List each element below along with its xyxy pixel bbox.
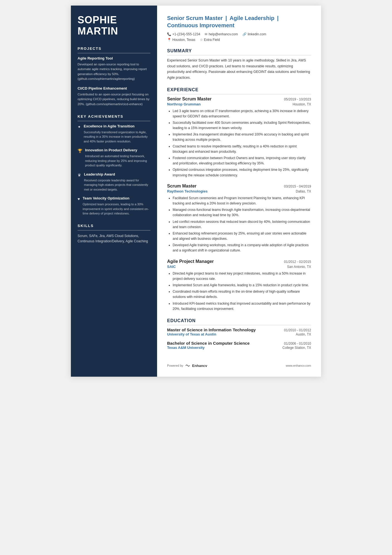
achievement-item: ♛ Leadership Award Received corporate le… — [78, 172, 150, 192]
bullet-item: Enhanced backlog refinement processes by… — [173, 231, 311, 241]
edu-location: Austin, TX — [296, 332, 311, 336]
achievement-desc: Optimized team processes, leading to a 3… — [83, 202, 150, 216]
bullet-item: Directed Agile project teams to meet key… — [173, 271, 311, 282]
project-desc: Contributed to an open-source project fo… — [78, 92, 150, 107]
achievement-title: Excellence in Agile Transition — [84, 124, 150, 129]
achievement-desc: Received corporate leadership award for … — [84, 178, 150, 192]
extra-field: Extra Field — [204, 38, 220, 42]
page-footer: Powered by Enhancv www.enhancv.com — [167, 361, 311, 368]
summary-text: Experienced Senior Scrum Master with 10 … — [167, 58, 311, 81]
exp-header: Senior Scrum Master 05/2019 - 10/2023 — [167, 97, 311, 102]
achievement-icon-person: ♛ — [78, 173, 81, 192]
exp-role: Agile Project Manager — [167, 259, 214, 264]
edu-dates: 01/2010 - 01/2012 — [284, 328, 311, 332]
website-url: www.enhancv.com — [286, 364, 311, 367]
phone-contact: 📞 +1-(234)-555-1234 — [167, 32, 200, 36]
title-part2: Agile Leadership — [230, 15, 274, 21]
achievement-content: Leadership Award Received corporate lead… — [84, 172, 150, 192]
achievements-title: KEY ACHIEVEMENTS — [78, 114, 150, 121]
bullet-item: Led conflict resolution sessions that re… — [173, 219, 311, 230]
exp-bullets: Directed Agile project teams to meet key… — [167, 271, 311, 312]
experience-title: EXPERIENCE — [167, 87, 311, 94]
exp-company: Raytheon Technologies — [167, 189, 208, 193]
brand-name: Enhancv — [192, 364, 207, 368]
exp-company: Northrop Grumman — [167, 102, 201, 106]
projects-section: PROJECTS Agile Reporting Tool Developed … — [78, 46, 150, 107]
achievement-icon-heart: ♥ — [78, 197, 80, 216]
email-address: help@enhancv.com — [209, 32, 238, 36]
skills-section: SKILLS Scrum, SAFe, Jira, AWS Cloud Solu… — [78, 224, 150, 244]
experience-item: Senior Scrum Master 05/2019 - 10/2023 No… — [167, 97, 311, 178]
main-header: Senior Scrum Master | Agile Leadership |… — [167, 14, 311, 42]
bullet-item: Coordinated multi-team efforts resulting… — [173, 289, 311, 300]
exp-bullets: Led 3 agile teams on critical IT transfo… — [167, 108, 311, 178]
phone-number: +1-(234)-555-1234 — [172, 32, 200, 36]
exp-dates: 05/2019 - 10/2023 — [284, 97, 311, 101]
enhancv-logo-icon — [185, 364, 190, 367]
exp-bullets: Facilitated Scrum ceremonies and Program… — [167, 196, 311, 253]
achievement-content: Team Velocity Optimization Optimized tea… — [83, 196, 150, 216]
contact-row-2: 📍 Houston, Texas ☆ Extra Field — [167, 38, 311, 42]
achievement-content: Innovation in Product Delivery Introduce… — [85, 148, 150, 167]
project-name: Agile Reporting Tool — [78, 56, 150, 60]
summary-section: SUMMARY Experienced Senior Scrum Master … — [167, 48, 311, 81]
edu-header: Master of Science in Information Technol… — [167, 327, 311, 332]
exp-sub: SAIC San Antonio, TX — [167, 265, 311, 269]
experience-section: EXPERIENCE Senior Scrum Master 05/2019 -… — [167, 87, 311, 312]
project-name: CI/CD Pipeline Enhancement — [78, 86, 150, 90]
achievement-icon-trophy: 🏆 — [78, 149, 82, 167]
achievement-icon-star: ✦ — [78, 125, 81, 144]
edu-header: Bachelor of Science in Computer Science … — [167, 341, 311, 346]
education-section: EDUCATION Master of Science in Informati… — [167, 318, 311, 350]
bullet-item: Implemented Scrum and Agile frameworks, … — [173, 283, 311, 288]
edu-dates: 01/2006 - 01/2010 — [284, 342, 311, 346]
exp-header: Scrum Master 03/2015 - 04/2019 — [167, 184, 311, 189]
bullet-item: Fostered communication between Product O… — [173, 156, 311, 166]
achievement-desc: Introduced an automated testing framewor… — [85, 154, 150, 168]
title-part3: Continuous Improvement — [167, 22, 234, 28]
footer-right: www.enhancv.com — [286, 364, 311, 367]
bullet-item: Successfully facilitated over 400 Scrum … — [173, 120, 311, 131]
bullet-item: Led 3 agile teams on critical IT transfo… — [173, 108, 311, 119]
education-title: EDUCATION — [167, 318, 311, 325]
edu-degree: Bachelor of Science in Computer Science — [167, 341, 284, 346]
powered-by-label: Powered by — [167, 364, 183, 367]
contact-row: 📞 +1-(234)-555-1234 ✉ help@enhancv.com 🔗… — [167, 32, 311, 36]
exp-company: SAIC — [167, 265, 176, 269]
project-item: CI/CD Pipeline Enhancement Contributed t… — [78, 86, 150, 107]
pipe-icon: | — [277, 15, 279, 21]
project-desc: Developed an open-source reporting tool … — [78, 62, 150, 81]
location-icon: 📍 — [167, 38, 171, 42]
exp-location: Dallas, TX — [296, 189, 311, 193]
project-item: Agile Reporting Tool Developed an open-s… — [78, 56, 150, 81]
linkedin-contact: 🔗 linkedin.com — [242, 32, 266, 36]
bullet-item: Optimized continuous integration process… — [173, 167, 311, 178]
link-icon: 🔗 — [242, 32, 247, 36]
achievements-section: KEY ACHIEVEMENTS ✦ Excellence in Agile T… — [78, 114, 150, 216]
skills-text: Scrum, SAFe, Jira, AWS Cloud Solutions, … — [78, 233, 150, 244]
star-icon: ☆ — [200, 38, 203, 42]
bullet-item: Implemented Jira management strategies t… — [173, 132, 311, 142]
bullet-item: Facilitated Scrum ceremonies and Program… — [173, 196, 311, 206]
exp-sub: Northrop Grumman Houston, TX — [167, 102, 311, 106]
achievement-content: Excellence in Agile Transition Successfu… — [84, 124, 150, 144]
skills-title: SKILLS — [78, 224, 150, 231]
candidate-name: SOPHIE MARTIN — [78, 14, 150, 36]
linkedin-url: linkedin.com — [248, 32, 266, 36]
achievement-item: 🏆 Innovation in Product Delivery Introdu… — [78, 148, 150, 167]
exp-location: San Antonio, TX — [287, 265, 311, 269]
name-block: SOPHIE MARTIN — [78, 14, 150, 36]
bullet-item: Developed Agile training workshops, resu… — [173, 243, 311, 253]
location-contact: 📍 Houston, Texas — [167, 38, 195, 42]
location-text: Houston, Texas — [172, 38, 195, 42]
achievement-desc: Successfully transitioned organization t… — [84, 130, 150, 144]
edu-sub: Texas A&M University College Station, TX — [167, 346, 311, 350]
job-title: Senior Scrum Master | Agile Leadership |… — [167, 14, 311, 29]
edu-sub: University of Texas at Austin Austin, TX — [167, 332, 311, 336]
phone-icon: 📞 — [167, 32, 171, 36]
footer-left: Powered by Enhancv — [167, 364, 207, 368]
edu-school: Texas A&M University — [167, 346, 205, 350]
achievement-title: Innovation in Product Delivery — [85, 148, 150, 153]
pipe-icon: | — [225, 15, 229, 21]
bullet-item: Introduced KPI-based metrics tracking th… — [173, 301, 311, 312]
